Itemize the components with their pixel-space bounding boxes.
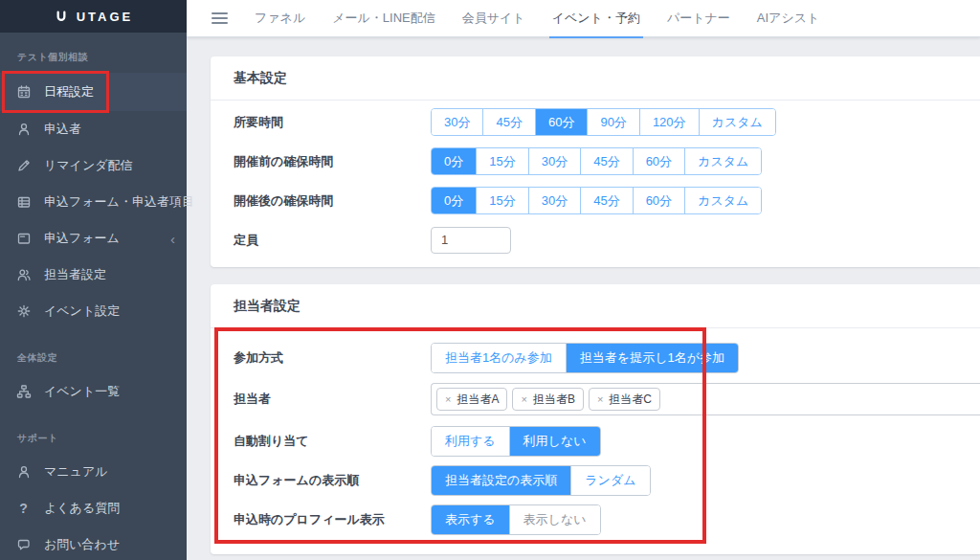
- duration-option-button[interactable]: 30分: [432, 109, 482, 135]
- participation-option-button-selected[interactable]: 担当者を提示し1名が参加: [566, 344, 738, 372]
- sidebar-item-label: マニュアル: [44, 463, 108, 481]
- buffer-option-button[interactable]: 30分: [528, 148, 580, 174]
- row-label: 申込時のプロフィール表示: [234, 511, 431, 528]
- duration-option-button[interactable]: 45分: [482, 109, 534, 135]
- form-row-duration: 所要時間 30分 45分 60分 90分 120分 カスタム: [211, 102, 980, 142]
- staff-chip-label: 担当者B: [533, 392, 575, 408]
- sidebar-section-label-global: 全体設定: [0, 329, 187, 373]
- top-navigation: ファネル メール・LINE配信 会員サイト イベント・予約 パートナー AIアシ…: [187, 0, 980, 37]
- sidebar-item-staff-settings[interactable]: 担当者設定: [0, 257, 187, 293]
- duration-custom-button[interactable]: カスタム: [699, 109, 775, 135]
- display-order-button-group: 担当者設定の表示順 ランダム: [431, 465, 651, 496]
- menu-toggle-icon[interactable]: [212, 12, 228, 24]
- duration-option-button[interactable]: 120分: [639, 109, 699, 135]
- sidebar-item-applicants[interactable]: 申込者: [0, 111, 187, 147]
- sidebar-item-label: リマインダ配信: [44, 157, 133, 174]
- calendar-icon: [15, 84, 32, 100]
- sidebar-item-label: 申込者: [44, 121, 81, 138]
- sidebar-item-label: 日程設定: [44, 83, 94, 101]
- duration-button-group: 30分 45分 60分 90分 120分 カスタム: [431, 108, 776, 136]
- chevron-left-icon[interactable]: ‹: [170, 232, 175, 246]
- display-order-option-button-selected[interactable]: 担当者設定の表示順: [432, 466, 570, 495]
- user-icon: [15, 464, 32, 480]
- chat-icon: [15, 537, 32, 552]
- sidebar-item-label: 担当者設定: [44, 266, 106, 283]
- tab-event-reservation[interactable]: イベント・予約: [552, 0, 640, 37]
- staff-chip[interactable]: × 担当者C: [589, 388, 660, 411]
- buffer-custom-button[interactable]: カスタム: [684, 148, 761, 174]
- gear-icon: [15, 303, 32, 319]
- sidebar-item-manual[interactable]: マニュアル: [0, 454, 187, 490]
- row-label: 担当者: [234, 391, 431, 408]
- display-order-option-button[interactable]: ランダム: [570, 466, 649, 495]
- row-label: 参加方式: [234, 349, 431, 367]
- sidebar-item-label: 申込フォーム・申込者項目: [44, 193, 194, 211]
- buffer-option-button[interactable]: 15分: [476, 148, 527, 174]
- sidebar-item-event-list[interactable]: イベント一覧: [0, 373, 187, 410]
- form-row-auto-assign: 自動割り当て 利用する 利用しない: [211, 421, 980, 460]
- remove-icon[interactable]: ×: [521, 393, 526, 405]
- sidebar-logo[interactable]: UTAGE: [0, 0, 187, 33]
- buffer-after-button-group: 0分 15分 30分 45分 60分 カスタム: [431, 187, 762, 214]
- row-label: 開催前の確保時間: [234, 153, 431, 170]
- sidebar-section-label-event: テスト個別相談: [0, 33, 187, 73]
- buffer-option-button-selected[interactable]: 0分: [432, 188, 476, 213]
- buffer-option-button[interactable]: 30分: [528, 188, 580, 213]
- form-row-display-order: 申込フォームの表示順 担当者設定の表示順 ランダム: [211, 460, 980, 500]
- sidebar-item-faq[interactable]: ? よくある質問: [0, 490, 187, 526]
- participation-button-group: 担当者1名のみ参加 担当者を提示し1名が参加: [431, 343, 739, 373]
- staff-chip-label: 担当者A: [457, 392, 499, 408]
- duration-option-button[interactable]: 90分: [587, 109, 638, 135]
- basic-settings-card: 基本設定 所要時間 30分 45分 60分 90分 120分 カスタム 開催前の…: [211, 56, 980, 267]
- participation-option-button[interactable]: 担当者1名のみ参加: [432, 344, 566, 372]
- sidebar-item-label: イベント一覧: [44, 383, 120, 400]
- sidebar-item-form-fields[interactable]: 申込フォーム・申込者項目: [0, 184, 187, 220]
- sidebar-item-event-settings[interactable]: イベント設定: [0, 293, 187, 329]
- sidebar-item-application-form[interactable]: 申込フォーム ‹: [0, 220, 187, 257]
- form-row-profile-display: 申込時のプロフィール表示 表示する 表示しない: [211, 500, 980, 539]
- row-label: 所要時間: [234, 114, 431, 131]
- pencil-icon: [15, 158, 32, 173]
- buffer-option-button-selected[interactable]: 0分: [432, 148, 476, 174]
- tab-funnel[interactable]: ファネル: [255, 0, 305, 37]
- capacity-input[interactable]: [431, 227, 511, 254]
- buffer-option-button[interactable]: 15分: [476, 188, 527, 213]
- user-icon: [15, 122, 32, 137]
- profile-display-option-button[interactable]: 表示しない: [509, 505, 600, 534]
- staff-chip[interactable]: × 担当者A: [436, 388, 507, 411]
- tab-ai-assist[interactable]: AIアシスト: [757, 0, 820, 37]
- staff-chip-label: 担当者C: [609, 392, 652, 408]
- row-label: 定員: [234, 232, 431, 249]
- duration-option-button-selected[interactable]: 60分: [535, 109, 587, 135]
- tab-partner[interactable]: パートナー: [667, 0, 730, 37]
- staff-multiselect[interactable]: × 担当者A × 担当者B × 担当者C: [431, 383, 980, 415]
- sidebar-item-label: イベント設定: [44, 302, 120, 320]
- sidebar-item-schedule-settings[interactable]: 日程設定: [0, 73, 187, 111]
- buffer-custom-button[interactable]: カスタム: [684, 188, 761, 213]
- buffer-option-button[interactable]: 45分: [580, 148, 632, 174]
- auto-assign-button-group: 利用する 利用しない: [431, 426, 601, 457]
- utage-logo-icon: [54, 10, 70, 24]
- buffer-option-button[interactable]: 45分: [580, 188, 632, 213]
- sidebar: UTAGE テスト個別相談 日程設定 申込者 リマインダ配信 申込フォ: [0, 0, 187, 560]
- sidebar-item-label: お問い合わせ: [44, 536, 120, 553]
- profile-display-option-button-selected[interactable]: 表示する: [432, 505, 509, 534]
- buffer-option-button[interactable]: 60分: [633, 188, 684, 213]
- remove-icon[interactable]: ×: [445, 393, 451, 405]
- sidebar-section-label-support: サポート: [0, 410, 187, 454]
- sidebar-item-contact[interactable]: お問い合わせ: [0, 526, 187, 560]
- form-row-capacity: 定員: [211, 220, 980, 259]
- profile-display-button-group: 表示する 表示しない: [431, 504, 601, 535]
- sidebar-item-reminder-delivery[interactable]: リマインダ配信: [0, 147, 187, 184]
- form-row-buffer-after: 開催後の確保時間 0分 15分 30分 45分 60分 カスタム: [211, 181, 980, 220]
- auto-assign-option-button-selected[interactable]: 利用しない: [509, 427, 600, 456]
- staff-chip[interactable]: × 担当者B: [512, 388, 583, 411]
- buffer-option-button[interactable]: 60分: [633, 148, 684, 174]
- sitemap-icon: [15, 384, 32, 399]
- row-label: 自動割り当て: [234, 433, 431, 450]
- remove-icon[interactable]: ×: [597, 393, 603, 405]
- tab-member-site[interactable]: 会員サイト: [462, 0, 525, 37]
- auto-assign-option-button[interactable]: 利用する: [432, 427, 509, 456]
- tab-mail-line[interactable]: メール・LINE配信: [332, 0, 435, 37]
- card-title: 基本設定: [211, 56, 980, 101]
